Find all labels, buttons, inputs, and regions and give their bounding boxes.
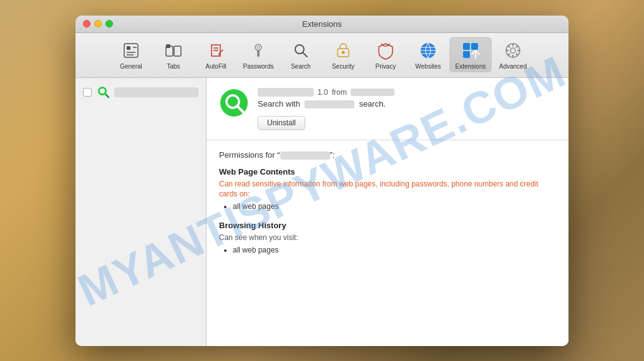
toolbar: General Tabs — [76, 33, 568, 78]
advanced-icon — [502, 39, 524, 62]
sidebar — [76, 78, 207, 346]
extension-from-blur — [351, 89, 394, 96]
svg-rect-21 — [463, 43, 470, 50]
extensions-icon — [459, 39, 482, 62]
toolbar-item-advanced[interactable]: Advanced — [492, 37, 534, 72]
websites-label: Websites — [416, 63, 441, 70]
maximize-button[interactable] — [105, 20, 113, 27]
extension-name-blur — [258, 88, 314, 97]
sidebar-search-icon — [95, 84, 110, 99]
uninstall-button[interactable]: Uninstall — [258, 116, 305, 130]
title-bar: Extensions — [76, 16, 568, 33]
close-button[interactable] — [83, 20, 90, 27]
toolbar-item-tabs[interactable]: Tabs — [152, 37, 195, 72]
security-icon — [332, 39, 354, 62]
svg-line-31 — [516, 53, 518, 55]
extension-detail-panel: 1.0 from Search with search. Uninstall P… — [207, 78, 568, 346]
svg-point-10 — [255, 44, 261, 51]
tabs-icon — [162, 39, 185, 62]
permissions-extension-name-blur — [280, 152, 330, 160]
svg-line-36 — [106, 94, 109, 97]
sidebar-top-bar — [80, 83, 201, 102]
toolbar-item-extensions[interactable]: Extensions — [449, 37, 492, 72]
toolbar-item-search[interactable]: Search — [280, 37, 322, 72]
extension-header: 1.0 from Search with search. Uninstall — [207, 78, 568, 140]
tabs-label: Tabs — [167, 63, 180, 70]
main-window: Extensions General — [76, 16, 568, 346]
minimize-button[interactable] — [94, 20, 102, 27]
permission-group-title-history: Browsing History — [219, 221, 556, 230]
toolbar-item-security[interactable]: Security — [322, 37, 364, 72]
permissions-suffix: ”: — [330, 150, 335, 160]
toolbar-item-passwords[interactable]: Passwords — [237, 37, 280, 72]
main-content: 1.0 from Search with search. Uninstall P… — [76, 78, 568, 346]
svg-rect-6 — [174, 46, 181, 56]
sidebar-item-name-blur — [114, 87, 198, 97]
extension-search-name-blur — [305, 100, 354, 108]
svg-rect-1 — [127, 46, 130, 50]
svg-line-30 — [509, 46, 510, 47]
extension-icon — [219, 88, 249, 118]
desc-suffix: search. — [359, 99, 386, 108]
search-label: Search — [291, 63, 311, 70]
svg-point-25 — [510, 48, 515, 53]
permissions-prefix: Permissions for “ — [219, 150, 280, 160]
extension-description: Search with search. — [258, 99, 556, 108]
traffic-lights — [83, 20, 113, 27]
security-label: Security — [332, 63, 354, 70]
permission-list-web: all web pages — [219, 202, 556, 211]
extension-title-row: 1.0 from — [258, 88, 556, 97]
permissions-section: Permissions for “”: Web Page Contents Ca… — [207, 140, 568, 346]
svg-point-35 — [100, 89, 105, 94]
svg-rect-22 — [471, 43, 478, 50]
svg-rect-11 — [257, 50, 260, 57]
toolbar-item-autofill[interactable]: AutoFill — [195, 37, 237, 72]
privacy-label: Privacy — [376, 63, 396, 70]
from-text: from — [332, 88, 347, 97]
general-icon — [120, 39, 142, 62]
extensions-label: Extensions — [456, 63, 486, 70]
svg-rect-7 — [166, 44, 170, 48]
search-toolbar-icon — [290, 39, 312, 62]
permission-list-item: all web pages — [233, 246, 556, 254]
svg-line-33 — [509, 53, 510, 55]
svg-line-32 — [516, 46, 518, 47]
privacy-icon — [374, 39, 397, 62]
permission-group-web-contents: Web Page Contents Can read sensitive inf… — [219, 167, 556, 211]
permissions-title: Permissions for “”: — [219, 150, 556, 160]
permission-list-history: all web pages — [219, 246, 556, 254]
autofill-icon — [205, 39, 227, 62]
permission-group-desc-history: Can see when you visit: — [219, 233, 556, 243]
passwords-icon — [247, 39, 270, 62]
desc-prefix: Search with — [258, 99, 300, 108]
svg-point-12 — [257, 46, 260, 49]
permission-group-browsing-history: Browsing History Can see when you visit:… — [219, 221, 556, 254]
window-title: Extensions — [302, 19, 342, 29]
websites-icon — [417, 39, 439, 62]
permission-group-desc-web: Can read sensitive information from web … — [219, 179, 556, 200]
toolbar-item-general[interactable]: General — [110, 37, 152, 72]
extension-version: 1.0 — [318, 88, 328, 97]
toolbar-item-websites[interactable]: Websites — [407, 37, 449, 72]
toolbar-item-privacy[interactable]: Privacy — [364, 37, 407, 72]
passwords-label: Passwords — [243, 63, 274, 70]
permission-list-item: all web pages — [233, 202, 556, 211]
svg-line-14 — [303, 52, 308, 57]
advanced-label: Advanced — [499, 63, 527, 70]
svg-point-16 — [342, 51, 345, 54]
general-label: General — [120, 63, 142, 70]
autofill-label: AutoFill — [205, 63, 226, 70]
permission-group-title-web: Web Page Contents — [219, 167, 556, 176]
select-all-checkbox[interactable] — [83, 88, 92, 97]
extension-info: 1.0 from Search with search. Uninstall — [258, 88, 556, 130]
svg-rect-23 — [463, 51, 470, 58]
